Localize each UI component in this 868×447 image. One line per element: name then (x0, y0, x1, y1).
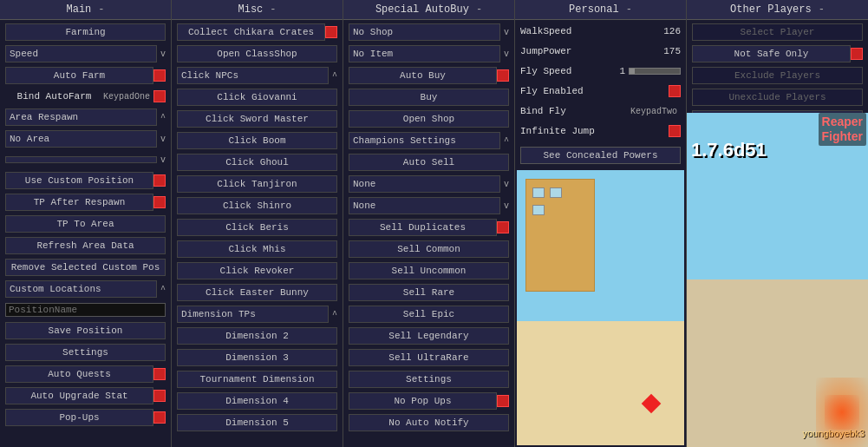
exclude-players-button[interactable]: Exclude Players (692, 67, 863, 84)
save-position-button[interactable]: Save Position (5, 322, 166, 339)
auto-farm-button[interactable]: Auto Farm (5, 67, 153, 84)
collect-chikara-toggle[interactable] (325, 26, 337, 38)
dimension-5-button[interactable]: Dimension 5 (177, 414, 337, 431)
no-pop-ups-button[interactable]: No Pop Ups (349, 392, 497, 410)
main-collapse-btn[interactable]: - (98, 3, 104, 16)
bind-autofarm-box[interactable] (153, 90, 166, 102)
sell-duplicates-button[interactable]: Sell Duplicates (349, 219, 497, 236)
click-easter-bunny-button[interactable]: Click Easter Bunny (177, 284, 337, 301)
farming-button[interactable]: Farming (5, 23, 166, 41)
no-item-toggle[interactable]: v (504, 49, 509, 59)
bind-autofarm-key[interactable]: KeypadOne (103, 92, 150, 102)
no-shop-button[interactable]: No Shop (349, 23, 500, 41)
no-item-button[interactable]: No Item (349, 45, 500, 62)
auto-buy-button[interactable]: Auto Buy (349, 67, 497, 84)
unexclude-players-button[interactable]: Unexclude Players (692, 89, 863, 106)
auto-upgrade-stat-button[interactable]: Auto Upgrade Stat (5, 387, 153, 404)
champions-settings-button[interactable]: Champions Settings (349, 132, 500, 149)
misc-collapse-btn[interactable]: - (270, 3, 276, 16)
no-pop-ups-toggle[interactable] (497, 395, 509, 407)
click-mhis-button[interactable]: Click Mhis (177, 240, 337, 258)
click-tanjiron-button[interactable]: Click Tanjiron (177, 175, 337, 193)
auto-quests-button[interactable]: Auto Quests (5, 365, 153, 383)
settings-special-button[interactable]: Settings (349, 371, 509, 388)
pop-ups-toggle[interactable] (153, 411, 166, 424)
position-name-input[interactable] (5, 303, 166, 317)
open-shop-button[interactable]: Open Shop (349, 110, 509, 128)
infinite-jump-toggle[interactable] (669, 125, 681, 137)
click-giovanni-button[interactable]: Click Giovanni (177, 89, 337, 106)
sell-ultrarare-button[interactable]: Sell UltraRare (349, 349, 509, 366)
list-item: Click Ghoul (173, 152, 341, 173)
tournament-dimension-button[interactable]: Tournament Dimension (177, 371, 337, 388)
custom-locations-button[interactable]: Custom Locations (5, 280, 157, 298)
jumppower-label: JumpPower (520, 46, 651, 56)
personal-collapse-btn[interactable]: - (626, 3, 632, 16)
other-collapse-btn[interactable]: - (819, 3, 825, 16)
click-sword-master-button[interactable]: Click Sword Master (177, 110, 337, 128)
sell-legendary-button[interactable]: Sell Legendary (349, 327, 509, 345)
no-area-button[interactable]: No Area (5, 130, 157, 148)
auto-sell-button[interactable]: Auto Sell (349, 154, 509, 171)
no-auto-notify-button[interactable]: No Auto Notify (349, 414, 509, 431)
dimension-tps-button[interactable]: Dimension TPs (177, 306, 329, 323)
refresh-area-data-button[interactable]: Refresh Area Data (5, 237, 166, 254)
dimension-2-button[interactable]: Dimension 2 (177, 327, 337, 345)
click-npcs-button[interactable]: Click NPCs (177, 67, 329, 84)
list-item: Speed v (2, 43, 169, 64)
blank-toggle[interactable]: v (160, 155, 166, 165)
champions-settings-arrow[interactable]: ^ (504, 136, 509, 146)
blank-toggle-button[interactable] (5, 156, 157, 163)
sell-common-button[interactable]: Sell Common (349, 240, 509, 258)
buy-button[interactable]: Buy (349, 89, 509, 106)
special-collapse-btn[interactable]: - (476, 3, 482, 16)
walkspeed-value[interactable]: 126 (655, 26, 681, 36)
sell-duplicates-toggle[interactable] (497, 221, 509, 233)
dimension-4-button[interactable]: Dimension 4 (177, 392, 337, 410)
none-toggle-2-button[interactable]: None (349, 197, 500, 214)
custom-locations-arrow[interactable]: ^ (160, 285, 166, 294)
not-safe-only-button[interactable]: Not Safe Only (692, 45, 851, 62)
open-classshop-button[interactable]: Open ClassShop (177, 45, 337, 62)
not-safe-only-toggle[interactable] (851, 48, 863, 60)
speed-button[interactable]: Speed (5, 45, 157, 62)
auto-quests-toggle[interactable] (153, 368, 166, 380)
none-2-toggle[interactable]: v (504, 201, 509, 211)
use-custom-position-toggle[interactable] (153, 174, 166, 187)
click-ghoul-button[interactable]: Click Ghoul (177, 154, 337, 171)
click-beris-button[interactable]: Click Beris (177, 219, 337, 236)
sell-uncommon-button[interactable]: Sell Uncommon (349, 262, 509, 279)
collect-chikara-button[interactable]: Collect Chikara Crates (177, 23, 325, 41)
use-custom-position-button[interactable]: Use Custom Position (5, 172, 153, 189)
none-1-toggle[interactable]: v (504, 180, 509, 189)
remove-selected-custom-pos-button[interactable]: Remove Selected Custom Pos (5, 259, 166, 276)
jumppower-value[interactable]: 175 (655, 46, 681, 56)
click-revoker-button[interactable]: Click Revoker (177, 262, 337, 279)
auto-upgrade-stat-toggle[interactable] (153, 390, 166, 402)
dimension-3-button[interactable]: Dimension 3 (177, 349, 337, 366)
tp-to-area-button[interactable]: TP To Area (5, 215, 166, 233)
fly-enabled-toggle[interactable] (669, 85, 681, 97)
fly-speed-slider[interactable] (629, 68, 681, 75)
dimension-tps-arrow[interactable]: ^ (332, 310, 337, 319)
pop-ups-button[interactable]: Pop-Ups (5, 409, 153, 426)
select-player-button[interactable]: Select Player (692, 23, 863, 41)
speed-toggle[interactable]: v (160, 49, 166, 59)
no-area-toggle[interactable]: v (160, 135, 166, 144)
auto-farm-toggle[interactable] (153, 69, 166, 82)
bind-fly-key[interactable]: KeypadTwo (630, 107, 677, 116)
sell-rare-button[interactable]: Sell Rare (349, 284, 509, 301)
click-shinro-button[interactable]: Click Shinro (177, 197, 337, 214)
tp-after-respawn-button[interactable]: TP After Respawn (5, 194, 153, 211)
area-respawn-button[interactable]: Area Respawn (5, 108, 157, 126)
sell-epic-button[interactable]: Sell Epic (349, 306, 509, 323)
none-toggle-1-button[interactable]: None (349, 175, 500, 193)
see-concealed-powers-button[interactable]: See Concealed Powers (520, 147, 681, 164)
area-respawn-arrow[interactable]: ^ (160, 113, 166, 122)
no-shop-toggle[interactable]: v (504, 28, 509, 37)
click-npcs-arrow[interactable]: ^ (332, 71, 337, 81)
tp-after-respawn-toggle[interactable] (153, 196, 166, 208)
click-boom-button[interactable]: Click Boom (177, 132, 337, 149)
settings-button[interactable]: Settings (5, 344, 166, 361)
auto-buy-toggle[interactable] (497, 69, 509, 82)
